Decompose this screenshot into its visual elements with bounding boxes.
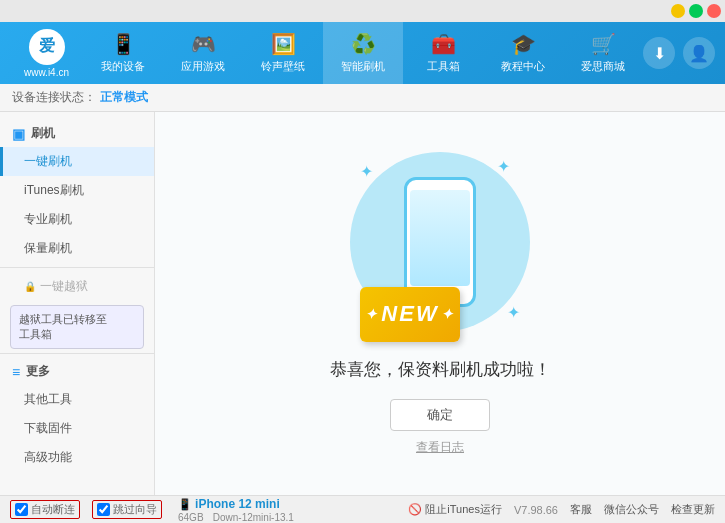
bottom-left: 自动断连 跳过向导 📱 iPhone 12 mini 64GB Down-12m…	[10, 497, 408, 523]
nav-my-device-label: 我的设备	[101, 59, 145, 74]
auto-disconnect-input[interactable]	[15, 503, 28, 516]
advanced-label: 高级功能	[24, 450, 72, 464]
flash-section-icon: ▣	[12, 126, 25, 142]
nav-smart-flash-label: 智能刷机	[341, 59, 385, 74]
auto-disconnect-checkbox[interactable]: 自动断连	[10, 500, 80, 519]
download-button[interactable]: ⬇	[643, 37, 675, 69]
lock-icon: 🔒	[24, 281, 36, 292]
status-bar: 设备连接状态： 正常模式	[0, 84, 725, 112]
device-firmware: Down-12mini-13.1	[213, 512, 294, 523]
nav-wallpaper-label: 铃声壁纸	[261, 59, 305, 74]
nav-apps[interactable]: 🎮 应用游戏	[163, 22, 243, 84]
sparkle-icon-1: ✦	[360, 162, 373, 181]
nav-toolbox[interactable]: 🧰 工具箱	[403, 22, 483, 84]
pro-flash-label: 专业刷机	[24, 212, 72, 226]
stop-itunes-label: 阻止iTunes运行	[425, 503, 502, 515]
sidebar-divider-1	[0, 267, 154, 268]
stop-itunes-button[interactable]: 🚫 阻止iTunes运行	[408, 502, 502, 517]
nav-tutorial-label: 教程中心	[501, 59, 545, 74]
more-section-label: 更多	[26, 363, 50, 380]
nav-smart-flash[interactable]: ♻️ 智能刷机	[323, 22, 403, 84]
flash-section-label: 刷机	[31, 125, 55, 142]
success-message: 恭喜您，保资料刷机成功啦！	[330, 358, 551, 381]
device-icon: 📱	[178, 498, 192, 510]
logo-text: www.i4.cn	[24, 67, 69, 78]
user-button[interactable]: 👤	[683, 37, 715, 69]
auto-disconnect-label: 自动断连	[31, 502, 75, 517]
itunes-flash-label: iTunes刷机	[24, 183, 84, 197]
nav-my-device[interactable]: 📱 我的设备	[83, 22, 163, 84]
store-icon: 🛒	[591, 32, 616, 56]
tutorial-icon: 🎓	[511, 32, 536, 56]
header-right: ⬇ 👤	[643, 37, 715, 69]
more-section-icon: ≡	[12, 364, 20, 380]
header: 爱 www.i4.cn 📱 我的设备 🎮 应用游戏 🖼️ 铃声壁纸 ♻️ 智能刷…	[0, 22, 725, 84]
sidebar-item-save-flash[interactable]: 保量刷机	[0, 234, 154, 263]
bottom-bar: 自动断连 跳过向导 📱 iPhone 12 mini 64GB Down-12m…	[0, 495, 725, 523]
nav-bar: 📱 我的设备 🎮 应用游戏 🖼️ 铃声壁纸 ♻️ 智能刷机 🧰 工具箱 🎓 教程…	[83, 22, 643, 84]
nav-wallpaper[interactable]: 🖼️ 铃声壁纸	[243, 22, 323, 84]
content-area: ✦ ✦ ✦ NEW 恭喜您，保资料刷机成功啦！ 确定 查看日志	[155, 112, 725, 495]
download-firmware-label: 下载固件	[24, 421, 72, 435]
sidebar-more-title: ≡ 更多	[0, 358, 154, 385]
logo-icon: 爱	[29, 29, 65, 65]
jailbreak-section-label: 一键越狱	[40, 278, 88, 295]
nav-toolbox-label: 工具箱	[427, 59, 460, 74]
download-icon: ⬇	[653, 44, 666, 63]
sparkle-icon-3: ✦	[507, 303, 520, 322]
sidebar-jailbreak-section: 🔒 一键越狱	[0, 272, 154, 301]
nav-store[interactable]: 🛒 爱思商城	[563, 22, 643, 84]
status-label: 设备连接状态：	[12, 89, 96, 106]
toolbox-icon: 🧰	[431, 32, 456, 56]
sidebar-item-itunes-flash[interactable]: iTunes刷机	[0, 176, 154, 205]
new-ribbon: NEW	[360, 287, 460, 342]
logo-symbol: 爱	[39, 36, 55, 57]
stop-itunes-icon: 🚫	[408, 503, 422, 515]
illustration: ✦ ✦ ✦ NEW	[350, 152, 530, 342]
nav-tutorial[interactable]: 🎓 教程中心	[483, 22, 563, 84]
sidebar-item-advanced[interactable]: 高级功能	[0, 443, 154, 472]
back-today-link[interactable]: 查看日志	[416, 439, 464, 456]
sidebar-item-pro-flash[interactable]: 专业刷机	[0, 205, 154, 234]
user-icon: 👤	[689, 44, 709, 63]
maximize-button[interactable]	[689, 4, 703, 18]
one-click-flash-label: 一键刷机	[24, 154, 72, 168]
device-name: iPhone 12 mini	[195, 497, 280, 511]
main-area: ▣ 刷机 一键刷机 iTunes刷机 专业刷机 保量刷机 🔒 一键越狱 越狱工具…	[0, 112, 725, 495]
jailbreak-note: 越狱工具已转移至工具箱	[19, 313, 107, 340]
sidebar-item-one-click-flash[interactable]: 一键刷机	[0, 147, 154, 176]
other-tools-label: 其他工具	[24, 392, 72, 406]
sidebar-item-other-tools[interactable]: 其他工具	[0, 385, 154, 414]
save-flash-label: 保量刷机	[24, 241, 72, 255]
skip-wizard-input[interactable]	[97, 503, 110, 516]
title-bar	[0, 0, 725, 22]
minimize-button[interactable]	[671, 4, 685, 18]
device-storage: 64GB	[178, 512, 204, 523]
close-button[interactable]	[707, 4, 721, 18]
skip-wizard-checkbox[interactable]: 跳过向导	[92, 500, 162, 519]
phone-screen	[410, 190, 470, 286]
wallpaper-icon: 🖼️	[271, 32, 296, 56]
smart-flash-icon: ♻️	[351, 32, 376, 56]
check-update-button[interactable]: 检查更新	[671, 502, 715, 517]
device-info: 📱 iPhone 12 mini 64GB Down-12mini-13.1	[178, 497, 294, 523]
wechat-link[interactable]: 微信公众号	[604, 502, 659, 517]
logo-area: 爱 www.i4.cn	[10, 29, 83, 78]
version-label: V7.98.66	[514, 504, 558, 516]
status-value: 正常模式	[100, 89, 148, 106]
skip-wizard-label: 跳过向导	[113, 502, 157, 517]
confirm-button[interactable]: 确定	[390, 399, 490, 431]
sparkle-icon-2: ✦	[497, 157, 510, 176]
nav-apps-label: 应用游戏	[181, 59, 225, 74]
bottom-right: 🚫 阻止iTunes运行 V7.98.66 客服 微信公众号 检查更新	[408, 502, 715, 517]
sidebar: ▣ 刷机 一键刷机 iTunes刷机 专业刷机 保量刷机 🔒 一键越狱 越狱工具…	[0, 112, 155, 495]
jailbreak-note-box: 越狱工具已转移至工具箱	[10, 305, 144, 349]
sidebar-flash-title: ▣ 刷机	[0, 120, 154, 147]
nav-store-label: 爱思商城	[581, 59, 625, 74]
support-link[interactable]: 客服	[570, 502, 592, 517]
my-device-icon: 📱	[111, 32, 136, 56]
sidebar-item-download-firmware[interactable]: 下载固件	[0, 414, 154, 443]
sidebar-divider-2	[0, 353, 154, 354]
apps-icon: 🎮	[191, 32, 216, 56]
